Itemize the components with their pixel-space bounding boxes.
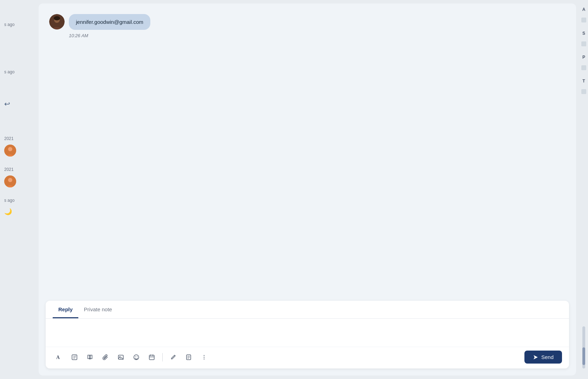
compose-text-input[interactable]	[46, 319, 569, 347]
avatar	[49, 14, 65, 31]
toolbar-note-icon[interactable]	[182, 351, 195, 364]
send-button[interactable]: Send	[524, 351, 562, 364]
toolbar-template-icon[interactable]	[68, 351, 81, 364]
message-group-jennifer: jennifer.goodwin@gmail.com 10:26 AM	[49, 14, 566, 38]
compose-toolbar: A	[46, 347, 569, 368]
right-panel-item-2	[581, 41, 586, 46]
toolbar-calendar-icon[interactable]	[145, 351, 158, 364]
avatar-item-3	[4, 145, 16, 157]
reply-arrow-icon[interactable]: ↩	[4, 100, 10, 108]
avatar-item-4	[4, 175, 16, 187]
svg-point-1	[8, 147, 12, 151]
toolbar-book-icon[interactable]	[84, 351, 96, 364]
main-content: jennifer.goodwin@gmail.com 10:26 AM Repl…	[39, 4, 576, 375]
svg-point-16	[204, 355, 204, 355]
compose-area: Reply Private note A	[46, 301, 569, 368]
svg-point-13	[137, 356, 138, 357]
svg-point-3	[8, 178, 12, 182]
right-panel: A S P T	[580, 0, 588, 379]
right-panel-label-a: A	[582, 7, 586, 12]
time-label-2: s ago	[4, 69, 39, 74]
message-row: jennifer.goodwin@gmail.com	[49, 14, 566, 31]
toolbar-font-icon[interactable]: A	[53, 351, 65, 364]
svg-point-12	[135, 356, 136, 357]
toolbar-pencil-icon[interactable]	[167, 351, 179, 364]
scrollbar-track[interactable]	[582, 326, 585, 368]
right-panel-label-s: S	[582, 31, 585, 36]
toolbar-attach-icon[interactable]	[99, 351, 112, 364]
time-label-3: 2021	[4, 136, 39, 141]
message-timestamp: 10:26 AM	[69, 33, 566, 38]
svg-point-10	[119, 356, 120, 357]
moon-icon: 🌙	[4, 208, 12, 215]
right-panel-item-1	[581, 18, 586, 22]
svg-point-17	[204, 357, 204, 357]
right-panel-label-t: T	[582, 79, 585, 84]
compose-tabs: Reply Private note	[46, 301, 569, 319]
toolbar-more-icon[interactable]	[198, 351, 210, 364]
right-panel-item-3	[581, 65, 586, 70]
send-icon	[533, 354, 538, 360]
message-bubble: jennifer.goodwin@gmail.com	[69, 14, 150, 30]
time-label-5: s ago	[4, 198, 39, 203]
app-container: s ago s ago ↩ 2021 2021	[0, 0, 588, 379]
right-panel-label-p: P	[582, 55, 585, 60]
message-text: jennifer.goodwin@gmail.com	[76, 19, 143, 25]
toolbar-emoji-icon[interactable]	[130, 351, 143, 364]
messages-area: jennifer.goodwin@gmail.com 10:26 AM	[39, 4, 576, 301]
scrollbar-thumb[interactable]	[582, 347, 585, 365]
tab-private-note[interactable]: Private note	[78, 301, 118, 318]
time-label-4: 2021	[4, 167, 39, 172]
tab-reply[interactable]: Reply	[53, 301, 78, 318]
toolbar-image-icon[interactable]	[115, 351, 127, 364]
left-sidebar: s ago s ago ↩ 2021 2021	[0, 0, 39, 379]
time-label-1: s ago	[4, 22, 14, 27]
svg-text:A: A	[56, 355, 60, 360]
svg-point-18	[204, 358, 204, 359]
toolbar-divider	[162, 353, 163, 361]
right-panel-item-4	[581, 89, 586, 94]
scrollbar-area	[582, 102, 585, 372]
svg-rect-14	[149, 355, 154, 360]
